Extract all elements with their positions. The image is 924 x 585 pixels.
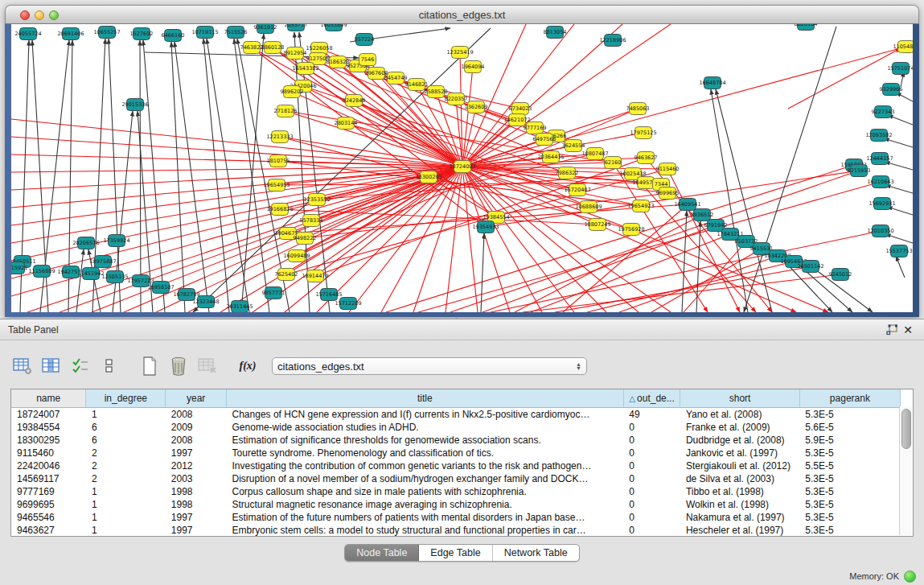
memory-ok-icon[interactable] [904, 571, 916, 583]
function-builder-button[interactable]: f(x) [235, 354, 261, 378]
vertical-scrollbar[interactable] [899, 406, 912, 535]
graph-node[interactable]: 857224 [355, 34, 375, 46]
graph-node[interactable]: 18975887 [89, 256, 116, 268]
graph-node[interactable]: 16648784 [699, 77, 725, 89]
select-columns-button[interactable] [68, 354, 93, 378]
table-settings-button[interactable] [10, 354, 35, 378]
graph-node[interactable]: 20691406 [57, 28, 84, 40]
table-row[interactable]: 969969511998Structural magnetic resonanc… [11, 498, 901, 511]
graph-node-selected[interactable]: 9699695 [656, 187, 680, 200]
column-header-short[interactable]: short [680, 389, 799, 408]
graph-node[interactable]: 6466160 [162, 30, 185, 42]
column-header-year[interactable]: year [166, 389, 227, 408]
float-panel-icon[interactable] [884, 323, 900, 337]
graph-node[interactable]: 29015336 [121, 99, 148, 111]
graph-node[interactable]: 2055717 [285, 24, 308, 31]
tab-network-table[interactable]: Network Table [493, 545, 579, 561]
graph-node[interactable]: 12218906 [599, 35, 626, 47]
table-cell: 1 [86, 408, 166, 422]
graph-node[interactable]: 9857771 [262, 287, 285, 299]
zoom-window-icon[interactable] [49, 10, 59, 20]
graph-node-selected[interactable]: 5578334 [300, 215, 323, 227]
table-row[interactable]: 946362711997Embryonic stem cells: a mode… [11, 524, 901, 537]
graph-node[interactable]: 8215953 [848, 165, 871, 177]
graph-node[interactable]: 9227343 [872, 106, 895, 118]
graph-node[interactable]: 9245012 [829, 269, 852, 281]
graph-node-selected[interactable]: 8860128 [261, 42, 285, 54]
row-height-button[interactable] [97, 354, 122, 378]
graph-node-selected[interactable]: 7625402 [275, 269, 298, 281]
graph-node-selected[interactable]: 17975125 [630, 127, 656, 139]
graph-node[interactable]: 10655257 [93, 27, 120, 39]
graph-node-selected[interactable]: 9463627 [634, 152, 658, 164]
graph-node-selected[interactable]: 9777169 [524, 122, 547, 134]
show-columns-button[interactable] [39, 354, 64, 378]
graph-node[interactable]: 24055724 [14, 28, 41, 40]
tab-node-table[interactable]: Node Table [345, 545, 419, 561]
table-row[interactable]: 911546021997Tourette syndrome. Phenomeno… [11, 447, 901, 459]
table-selector-dropdown[interactable]: citations_edges.txt ▲▼ [272, 357, 587, 375]
graph-node-selected[interactable]: 7463822 [240, 42, 264, 54]
table-row[interactable]: 977716911998Corpus callosum shape and si… [11, 485, 901, 498]
graph-node[interactable]: 11156809 [28, 266, 55, 278]
graph-node-selected[interactable]: 1810755 [267, 155, 290, 167]
graph-node-selected[interactable]: 9896202 [281, 86, 304, 98]
svg-text:9146821: 9146821 [405, 81, 429, 88]
delete-column-button[interactable] [166, 354, 191, 378]
table-row[interactable]: 946554611997Estimation of the future num… [11, 511, 901, 524]
graph-node-selected[interactable]: 7546 [359, 54, 376, 66]
graph-node[interactable]: 8813054 [544, 27, 567, 39]
table-row[interactable]: 2242004622012Investigating the contribut… [11, 459, 901, 472]
close-window-icon[interactable] [20, 10, 30, 20]
graph-node-selected[interactable]: 1964094 [462, 61, 485, 73]
scrollbar-thumb[interactable] [901, 409, 911, 449]
graph-node[interactable]: 12505135 [101, 271, 128, 283]
graph-node-selected[interactable]: 62160 [605, 157, 622, 169]
table-row[interactable]: 1938455462009Genome-wide association stu… [11, 421, 901, 434]
graph-node-selected[interactable]: 7986322 [556, 167, 579, 179]
graph-node-selected[interactable]: 9115460 [656, 163, 680, 175]
graph-node[interactable]: 15537753 [885, 245, 912, 257]
network-graph[interactable]: 7463822886012889129541522605891275051654… [11, 24, 913, 312]
graph-node-selected[interactable]: 18914479 [302, 270, 328, 282]
svg-text:5578334: 5578334 [300, 217, 323, 224]
graph-node[interactable]: 15751074 [887, 63, 913, 75]
minimize-window-icon[interactable] [35, 10, 44, 20]
column-header-name[interactable]: name [11, 389, 86, 408]
table-row[interactable]: 1872400712008Changes of HCN gene express… [11, 408, 901, 422]
graph-node[interactable]: 9361912 [254, 24, 277, 34]
graph-node-selected[interactable]: 2718126 [274, 105, 298, 117]
table-cell: Investigating the contribution of common… [227, 459, 624, 472]
graph-node[interactable]: 15712209 [335, 298, 361, 310]
table-cell: Franke et al. (2009) [680, 421, 799, 434]
graph-node-selected[interactable]: 9242848 [343, 95, 366, 107]
table-row[interactable]: 1456911722003Disruption of a novel membe… [11, 472, 901, 485]
graph-node[interactable]: 9329966 [880, 84, 903, 96]
graph-node-selected[interactable]: 9498222 [294, 233, 317, 245]
graph-node-selected[interactable]: 6734023 [509, 103, 532, 115]
close-panel-icon[interactable]: ✕ [900, 323, 916, 337]
graph-node[interactable]: 10719115 [191, 27, 218, 39]
graph-node-selected[interactable]: 1362609 [465, 101, 488, 113]
column-header-out-degree[interactable]: △out_de... [623, 389, 680, 408]
tab-edge-table[interactable]: Edge Table [419, 545, 492, 561]
svg-text:8215953: 8215953 [848, 167, 871, 174]
column-header-title[interactable]: title [227, 389, 624, 408]
window-titlebar[interactable]: citations_edges.txt [5, 5, 919, 24]
graph-node-selected[interactable]: 6497568 [533, 134, 556, 146]
graph-node-selected[interactable]: 8454749 [384, 72, 408, 84]
graph-node[interactable]: 1527602 [130, 28, 154, 40]
graph-node-selected[interactable]: 12213333 [266, 131, 293, 143]
create-column-button[interactable] [137, 354, 162, 378]
table-header-row: name in_degree year title △out_de... sho… [11, 389, 901, 408]
graph-node-selected[interactable]: 2803144 [335, 117, 358, 130]
column-header-pagerank[interactable]: pagerank [799, 389, 900, 408]
graph-node-selected[interactable]: 8912954 [284, 47, 307, 60]
graph-node[interactable]: 16033809 [320, 24, 347, 31]
network-canvas[interactable]: 7463822886012889129541522605891275051654… [11, 24, 913, 312]
graph-node-selected[interactable]: 7485063 [626, 103, 650, 115]
table-row[interactable]: 1830029562008Estimation of significance … [11, 434, 901, 447]
column-header-in-degree[interactable]: in_degree [86, 389, 166, 408]
graph-node[interactable]: 8828104 [795, 24, 818, 31]
graph-node[interactable]: 7515526 [224, 27, 248, 39]
